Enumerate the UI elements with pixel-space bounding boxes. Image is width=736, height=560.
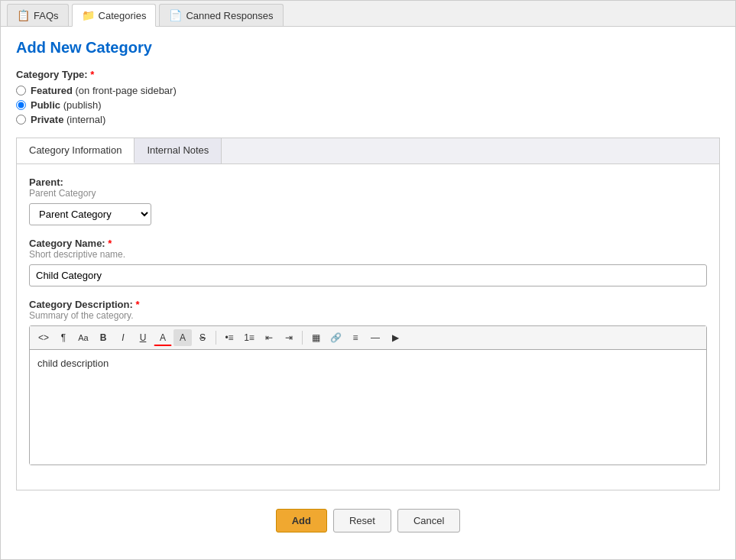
category-name-hint: Short descriptive name. [29,249,707,260]
category-description-group: Category Description: * Summary of the c… [29,299,707,465]
category-description-label: Category Description: * [29,299,707,310]
rte-toolbar: <> ¶ Aa B I U A A S •≡ 1≡ ⇤ ⇥ [30,326,706,350]
rte-align-btn[interactable]: ≡ [346,329,365,346]
name-required-marker: * [108,238,112,249]
parent-select[interactable]: Parent Category [29,203,151,225]
tab-category-information[interactable]: Category Information [17,138,135,163]
rte-hr-btn[interactable]: — [366,329,384,346]
categories-icon: 📁 [82,9,95,21]
rte-strikethrough-btn[interactable]: S [193,329,212,346]
rte-table-btn[interactable]: ▦ [306,329,325,346]
rte-bgcolor-btn[interactable]: A [173,329,192,346]
rte-numbered-btn[interactable]: 1≡ [240,329,258,346]
radio-private-label: Private (internal) [31,114,105,125]
parent-group: Parent: Parent Category Parent Category [29,176,707,225]
radio-public-label: Public (publish) [31,99,101,111]
rte-body[interactable]: child description [30,350,706,465]
required-marker: * [90,69,94,80]
rte-embed-btn[interactable]: ▶ [386,329,404,346]
tab-content: Parent: Parent Category Parent Category … [16,164,720,490]
rte-divider-1 [216,331,216,345]
parent-label: Parent: [29,176,707,188]
radio-private[interactable]: Private (internal) [16,114,720,125]
rte-indent-btn[interactable]: ⇥ [280,329,298,346]
main-content: Add New Category Category Type: * Featur… [1,27,735,545]
page-title: Add New Category [16,39,720,57]
rte-link-btn[interactable]: 🔗 [326,329,345,346]
action-buttons: Add Reset Cancel [16,509,720,532]
rte-underline-btn[interactable]: U [134,329,152,346]
tab-canned-responses[interactable]: 📄 Canned Responses [159,4,283,26]
reset-button[interactable]: Reset [333,509,391,532]
rte-bullet-btn[interactable]: •≡ [220,329,238,346]
rte-italic-btn[interactable]: I [114,329,132,346]
rte-bold-btn[interactable]: B [94,329,112,346]
radio-featured-input[interactable] [16,86,26,95]
rte-source-btn[interactable]: <> [34,329,53,346]
faqs-icon: 📋 [17,9,30,21]
tab-faqs-label: FAQs [34,10,59,21]
tab-faqs[interactable]: 📋 FAQs [7,4,69,26]
inner-tabs: Category Information Internal Notes [16,138,720,164]
canned-responses-icon: 📄 [169,9,182,21]
tab-categories[interactable]: 📁 Categories [72,4,157,27]
category-type-group: Category Type: * Featured (on front-page… [16,69,720,125]
radio-featured-label: Featured (on front-page sidebar) [31,85,177,96]
category-name-label: Category Name: * [29,238,707,249]
nav-tabs: 📋 FAQs 📁 Categories 📄 Canned Responses [1,1,735,27]
radio-featured[interactable]: Featured (on front-page sidebar) [16,85,720,96]
tab-categories-label: Categories [99,10,147,21]
rte-fontcolor-btn[interactable]: A [154,329,172,346]
tab-internal-notes[interactable]: Internal Notes [135,138,222,163]
rte-font-btn[interactable]: Aa [74,329,92,346]
add-button[interactable]: Add [276,509,327,532]
tab-category-information-label: Category Information [29,144,122,156]
radio-public[interactable]: Public (publish) [16,99,720,111]
category-name-input[interactable] [29,264,707,286]
radio-private-input[interactable] [16,115,26,125]
radio-public-input[interactable] [16,100,26,110]
rte-container: <> ¶ Aa B I U A A S •≡ 1≡ ⇤ ⇥ [29,325,707,465]
rte-divider-2 [302,331,303,345]
rte-paragraph-btn[interactable]: ¶ [54,329,73,346]
cancel-button[interactable]: Cancel [397,509,460,532]
radio-group: Featured (on front-page sidebar) Public … [16,85,720,125]
parent-hint: Parent Category [29,188,707,199]
category-description-hint: Summary of the category. [29,310,707,321]
rte-outdent-btn[interactable]: ⇤ [260,329,278,346]
desc-required-marker: * [135,299,139,310]
page-container: 📋 FAQs 📁 Categories 📄 Canned Responses A… [0,0,736,560]
tab-canned-responses-label: Canned Responses [186,10,273,21]
category-name-group: Category Name: * Short descriptive name. [29,238,707,286]
category-type-label: Category Type: * [16,69,720,80]
tab-internal-notes-label: Internal Notes [147,144,209,156]
